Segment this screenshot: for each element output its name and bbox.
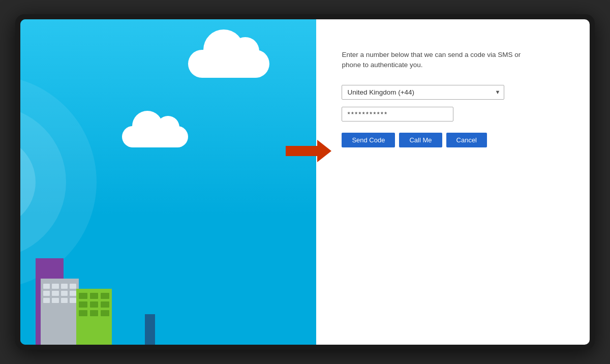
window	[43, 298, 50, 303]
window-green	[79, 301, 87, 308]
window	[70, 284, 76, 289]
cloud-large	[188, 50, 269, 78]
arrow-body	[286, 146, 317, 156]
window-green	[90, 310, 99, 316]
window-green	[101, 293, 109, 299]
building-green-windows	[79, 293, 109, 316]
cloud-small	[122, 126, 188, 147]
cancel-button[interactable]: Cancel	[446, 133, 487, 147]
country-select[interactable]: United Kingdom (+44) United States (+1) …	[342, 85, 504, 100]
arrow-head	[317, 140, 331, 162]
arrow-shape	[286, 140, 331, 162]
window	[52, 291, 58, 296]
window	[43, 291, 50, 296]
window-green	[79, 293, 87, 299]
window	[61, 298, 68, 303]
left-panel	[20, 19, 316, 345]
building-dark	[145, 314, 155, 345]
right-panel: Enter a number below that we can send a …	[316, 19, 590, 345]
description-text: Enter a number below that we can send a …	[342, 50, 530, 71]
call-me-button[interactable]: Call Me	[399, 133, 442, 147]
building-green	[76, 289, 112, 345]
window-green	[79, 310, 87, 316]
window-green	[101, 301, 109, 308]
window	[52, 298, 58, 303]
device-frame: Enter a number below that we can send a …	[15, 14, 595, 350]
window	[70, 298, 76, 303]
window	[70, 291, 76, 296]
window	[61, 284, 68, 289]
window-green	[90, 301, 99, 308]
screen: Enter a number below that we can send a …	[20, 19, 590, 345]
buttons-row: Send Code Call Me Cancel	[342, 133, 564, 147]
window-green	[90, 293, 99, 299]
building-gray	[41, 279, 79, 345]
phone-input[interactable]	[342, 107, 453, 122]
country-select-wrapper: United Kingdom (+44) United States (+1) …	[342, 85, 504, 100]
window	[43, 284, 50, 289]
window	[52, 284, 58, 289]
building-gray-windows	[43, 284, 76, 303]
window	[61, 291, 68, 296]
window-green	[101, 310, 109, 316]
send-code-button[interactable]: Send Code	[342, 133, 395, 147]
buildings	[20, 243, 316, 345]
